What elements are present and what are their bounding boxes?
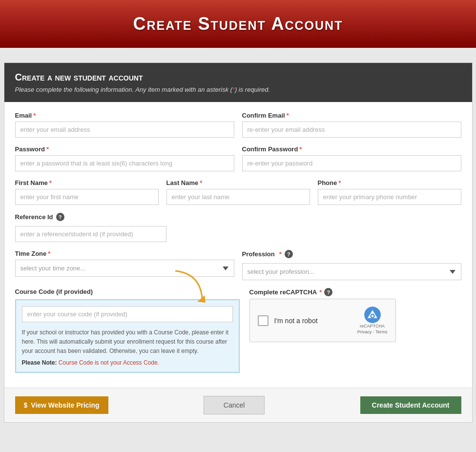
confirm-email-label: Confirm Email* — [242, 112, 461, 119]
password-input[interactable] — [15, 155, 234, 171]
profession-select[interactable]: select your profession... — [242, 263, 461, 280]
password-label: Password* — [15, 145, 234, 153]
first-name-input[interactable] — [15, 189, 159, 205]
form-header-title: Create a new student account — [15, 72, 461, 83]
name-phone-row: First Name* Last Name* Phone* — [15, 179, 461, 205]
recaptcha-col: Complete reCAPTCHA * ? I'm not a robot — [249, 288, 461, 373]
timezone-label: Time Zone* — [15, 250, 234, 257]
form-body: Email* Confirm Email* Password* — [4, 102, 472, 388]
confirm-email-group: Confirm Email* — [242, 112, 461, 138]
dollar-icon: $ — [24, 401, 28, 409]
course-note-text: Course Code is not your Access Code. — [57, 359, 159, 366]
page-header: Create Student Account — [0, 0, 476, 48]
recaptcha-checkbox[interactable] — [258, 315, 269, 326]
cancel-button[interactable]: Cancel — [204, 396, 265, 414]
course-code-col: Course Code (if provided) If your school… — [15, 288, 240, 373]
email-row: Email* Confirm Email* — [15, 112, 461, 138]
timezone-profession-row: Time Zone* select your time zone... Prof… — [15, 250, 461, 280]
last-name-label: Last Name* — [166, 179, 310, 186]
phone-group: Phone* — [318, 179, 461, 205]
last-name-group: Last Name* — [166, 179, 310, 205]
email-input[interactable] — [15, 122, 234, 138]
password-row: Password* Confirm Password* — [15, 145, 461, 171]
first-name-group: First Name* — [15, 179, 159, 205]
reference-id-row: Reference Id ? — [15, 213, 461, 242]
arrow-indicator — [170, 268, 209, 307]
phone-label: Phone* — [318, 179, 461, 186]
reference-id-label: Reference Id ? — [15, 213, 166, 224]
profession-label: Profession* ? — [242, 250, 461, 261]
page-title: Create Student Account — [0, 14, 476, 34]
course-recaptcha-section: Course Code (if provided) If your school… — [15, 288, 461, 373]
phone-input[interactable] — [318, 189, 461, 205]
recaptcha-box[interactable]: I'm not a robot reCAPTCHA — [249, 299, 396, 342]
course-code-input[interactable] — [22, 306, 233, 322]
email-label: Email* — [15, 112, 234, 119]
course-code-section: If your school or instructor has provide… — [15, 299, 240, 373]
form-header: Create a new student account Please comp… — [4, 63, 472, 102]
recaptcha-label: Complete reCAPTCHA * ? — [249, 288, 461, 296]
main-form-container: Create a new student account Please comp… — [4, 62, 473, 423]
profession-group: Profession* ? select your profession... — [242, 250, 461, 280]
course-note: Please Note: Course Code is not your Acc… — [22, 359, 233, 366]
form-footer: $ View Website Pricing Cancel Create Stu… — [4, 388, 472, 422]
confirm-password-group: Confirm Password* — [242, 145, 461, 171]
recaptcha-help-icon[interactable]: ? — [324, 288, 332, 296]
first-name-label: First Name* — [15, 179, 159, 186]
profession-help-icon[interactable]: ? — [285, 250, 293, 258]
confirm-email-input[interactable] — [242, 122, 461, 138]
recaptcha-text: I'm not a robot — [274, 317, 318, 325]
confirm-password-label: Confirm Password* — [242, 145, 461, 153]
view-pricing-button[interactable]: $ View Website Pricing — [15, 396, 108, 414]
recaptcha-branding: reCAPTCHA Privacy - Terms — [357, 324, 388, 335]
reference-id-input[interactable] — [15, 226, 166, 242]
course-info-text: If your school or instructor has provide… — [22, 328, 233, 356]
profession-select-wrapper: select your profession... — [242, 263, 461, 280]
confirm-password-input[interactable] — [242, 155, 461, 171]
recaptcha-logo: reCAPTCHA Privacy - Terms — [357, 306, 388, 335]
reference-id-group: Reference Id ? — [15, 213, 166, 242]
password-group: Password* — [15, 145, 234, 171]
last-name-input[interactable] — [166, 189, 310, 205]
reference-id-help-icon[interactable]: ? — [56, 213, 64, 221]
create-account-button[interactable]: Create Student Account — [360, 396, 461, 414]
svg-point-3 — [371, 315, 373, 317]
form-header-subtitle: Please complete the following informatio… — [15, 86, 461, 93]
email-group: Email* — [15, 112, 234, 138]
